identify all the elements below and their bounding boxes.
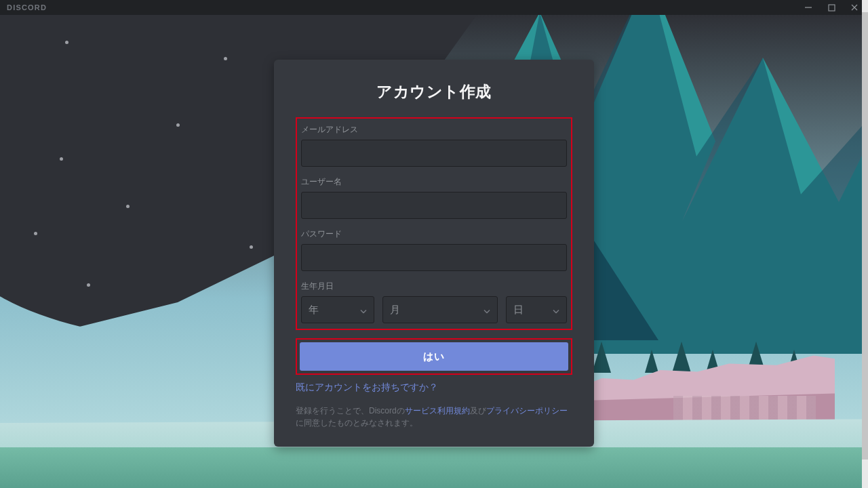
close-icon (850, 3, 859, 12)
window-minimize-button[interactable] (804, 3, 813, 12)
dob-day-value: 日 (513, 304, 524, 317)
maximize-icon (828, 4, 835, 12)
dob-month-select[interactable]: 月 (382, 296, 498, 323)
titlebar: DISCORD (0, 0, 862, 15)
dob-year-value: 年 (309, 304, 319, 317)
form-fields-highlight: メールアドレス ユーザー名 パスワード 生年月日 年 月 日 (296, 117, 572, 330)
terms-pre: 登録を行うことで、Discordの (296, 406, 405, 415)
username-input[interactable] (301, 192, 567, 219)
window-maximize-button[interactable] (827, 4, 836, 12)
email-label: メールアドレス (301, 124, 567, 136)
chevron-down-icon (360, 304, 367, 316)
privacy-link[interactable]: プライバシーポリシー (486, 406, 568, 415)
password-input[interactable] (301, 244, 567, 271)
submit-button[interactable]: はい (300, 342, 568, 371)
dob-year-select[interactable]: 年 (301, 296, 374, 323)
terms-post: に同意したものとみなされます。 (296, 418, 418, 428)
page-scrollbar-track[interactable] (862, 0, 868, 488)
dob-day-select[interactable]: 日 (506, 296, 567, 323)
app-logo-text: DISCORD (7, 3, 47, 12)
password-label: パスワード (301, 228, 567, 240)
chevron-down-icon (484, 304, 490, 316)
already-have-account-link[interactable]: 既にアカウントをお持ちですか？ (296, 382, 572, 394)
page-scrollbar-thumb[interactable] (862, 12, 868, 460)
svg-rect-0 (829, 5, 835, 11)
submit-highlight: はい (296, 338, 572, 375)
minimize-icon (804, 3, 812, 12)
username-label: ユーザー名 (301, 176, 567, 188)
window-close-button[interactable] (850, 3, 859, 12)
tos-link[interactable]: サービス利用規約 (405, 406, 470, 415)
chevron-down-icon (553, 304, 559, 316)
terms-text: 登録を行うことで、Discordのサービス利用規約及びプライバシーポリシーに同意… (296, 405, 572, 429)
terms-mid: 及び (470, 406, 486, 415)
dob-label: 生年月日 (301, 281, 567, 292)
email-input[interactable] (301, 140, 567, 167)
register-card: アカウント作成 メールアドレス ユーザー名 パスワード 生年月日 年 月 日 (274, 60, 594, 447)
dob-month-value: 月 (390, 304, 400, 317)
card-title: アカウント作成 (296, 81, 572, 102)
